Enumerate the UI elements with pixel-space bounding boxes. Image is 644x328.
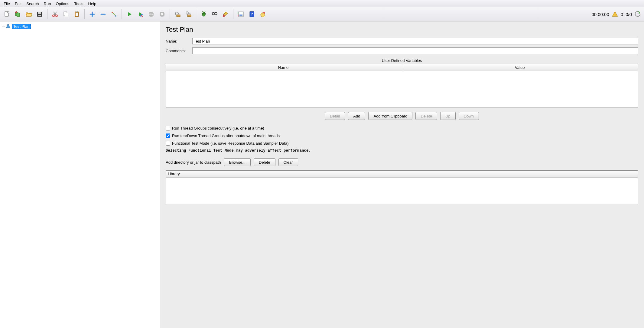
vars-col-name[interactable]: Name: [166, 64, 402, 71]
thread-count: 0/0 [626, 12, 632, 17]
panel-title: Test Plan [166, 26, 638, 34]
down-button[interactable]: Down [459, 112, 479, 120]
library-header: Library [166, 171, 638, 178]
performance-note: Selecting Functional Test Mode may adver… [166, 149, 638, 153]
svg-rect-13 [76, 13, 78, 16]
svg-rect-12 [76, 11, 78, 12]
test-plan-tree[interactable]: ····· Test Plan [0, 21, 160, 328]
menu-file[interactable]: File [1, 1, 12, 7]
function-helper-icon[interactable] [236, 9, 246, 19]
svg-point-3 [15, 11, 17, 13]
svg-point-25 [212, 12, 215, 15]
svg-point-15 [115, 15, 116, 17]
svg-point-34 [263, 12, 265, 14]
delete-button[interactable]: Delete [415, 112, 437, 120]
teardown-label: Run tearDown Thread Groups after shutdow… [172, 133, 280, 138]
svg-rect-19 [177, 15, 180, 17]
warning-icon[interactable] [612, 11, 618, 18]
menu-tools[interactable]: Tools [72, 1, 86, 7]
svg-point-29 [239, 14, 239, 14]
add-from-clipboard-button[interactable]: Add from Clipboard [368, 112, 412, 120]
svg-text:?: ? [251, 12, 253, 16]
tree-connector: ····· [2, 25, 5, 28]
menu-bar: File Edit Search Run Options Tools Help [0, 0, 644, 7]
cut-icon[interactable] [50, 9, 60, 19]
whats-this-icon[interactable] [258, 9, 268, 19]
library-list[interactable]: Library [166, 170, 638, 204]
menu-search[interactable]: Search [24, 1, 41, 7]
name-label: Name: [166, 39, 192, 43]
teardown-checkbox[interactable] [166, 133, 170, 138]
new-file-icon[interactable] [2, 9, 12, 19]
svg-rect-10 [65, 13, 68, 17]
vars-section-title: User Defined Variables [166, 58, 638, 63]
save-icon[interactable] [34, 9, 45, 19]
svg-rect-5 [38, 12, 41, 14]
threads-gauge-icon[interactable] [634, 11, 641, 18]
tree-root-node[interactable]: ····· Test Plan [1, 23, 159, 29]
open-icon[interactable] [24, 9, 34, 19]
svg-rect-22 [187, 15, 191, 17]
menu-options[interactable]: Options [53, 1, 72, 7]
functional-label: Functional Test Mode (i.e. save Response… [172, 141, 289, 146]
search-tool-icon[interactable] [210, 9, 220, 19]
comments-input[interactable] [192, 47, 638, 54]
functional-checkbox[interactable] [166, 141, 170, 146]
menu-edit[interactable]: Edit [12, 1, 24, 7]
menu-help[interactable]: Help [86, 1, 99, 7]
svg-point-14 [112, 12, 113, 13]
debug-icon[interactable] [199, 9, 209, 19]
svg-rect-2 [17, 13, 20, 17]
templates-icon[interactable] [13, 9, 23, 19]
warning-count: 0 [621, 12, 623, 17]
tree-root-label[interactable]: Test Plan [12, 24, 31, 29]
svg-point-26 [215, 12, 217, 15]
clear-all-icon[interactable] [183, 9, 194, 19]
consecutive-checkbox[interactable] [166, 126, 170, 130]
flask-icon [6, 24, 11, 29]
stop-icon[interactable]: STOP [146, 9, 156, 19]
clear-button[interactable]: Clear [278, 158, 298, 166]
editor-panel: Test Plan Name: Comments: User Defined V… [160, 21, 644, 328]
svg-point-30 [239, 15, 239, 16]
classpath-delete-button[interactable]: Delete [254, 158, 275, 166]
help-icon[interactable]: ? [247, 9, 257, 19]
svg-text:STOP: STOP [149, 13, 154, 15]
detail-button[interactable]: Detail [325, 112, 345, 120]
shutdown-icon[interactable] [157, 9, 167, 19]
svg-rect-35 [615, 13, 615, 15]
vars-col-value[interactable]: Value [402, 64, 638, 71]
comments-label: Comments: [166, 49, 192, 53]
vars-table[interactable]: Name: Value [166, 64, 638, 108]
browse-button[interactable]: Browse... [224, 158, 251, 166]
svg-rect-6 [38, 15, 41, 16]
clear-icon[interactable] [172, 9, 183, 19]
toggle-icon[interactable] [109, 9, 119, 19]
vars-button-row: Detail Add Add from Clipboard Delete Up … [166, 112, 638, 120]
svg-point-24 [203, 12, 205, 14]
consecutive-label: Run Thread Groups consecutively (i.e. on… [172, 126, 264, 130]
broom-icon[interactable] [220, 9, 231, 19]
svg-rect-38 [7, 24, 9, 24]
name-input[interactable] [192, 38, 638, 44]
plus-icon[interactable] [87, 9, 97, 19]
classpath-label: Add directory or jar to classpath [166, 160, 221, 165]
svg-rect-36 [615, 15, 615, 16]
elapsed-time: 00:00:00 [591, 12, 609, 17]
toolbar: STOP ? 00:00:00 0 0/0 [0, 7, 644, 21]
menu-run[interactable]: Run [41, 1, 54, 7]
svg-point-28 [239, 13, 239, 13]
start-no-pause-icon[interactable] [135, 9, 145, 19]
start-icon[interactable] [124, 9, 135, 19]
up-button[interactable]: Up [440, 112, 456, 120]
main-content: ····· Test Plan Test Plan Name: Comments… [0, 21, 644, 328]
paste-icon[interactable] [72, 9, 82, 19]
minus-icon[interactable] [98, 9, 108, 19]
copy-icon[interactable] [61, 9, 71, 19]
add-button[interactable]: Add [348, 112, 365, 120]
